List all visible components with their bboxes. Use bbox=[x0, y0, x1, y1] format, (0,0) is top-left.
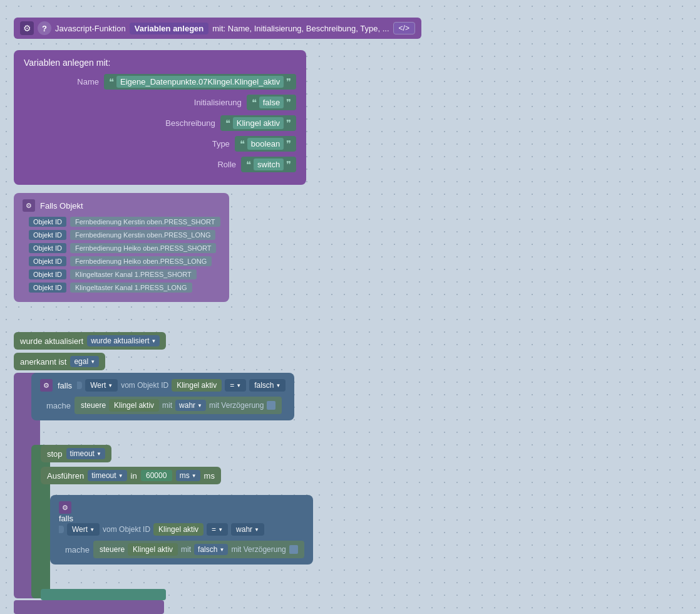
ms-value[interactable]: 60000 bbox=[141, 470, 172, 481]
name-row: Name ❝ Eigene_Datenpunkte.07Klingel.Klin… bbox=[24, 74, 296, 90]
objekt-row-2: Objekt ID Fernbedienung Kerstin oben.PRE… bbox=[29, 230, 220, 240]
ausfuhren-label: Ausführen bbox=[47, 471, 84, 481]
rolle-row: Rolle ❝ switch ❞ bbox=[24, 157, 296, 172]
mache-row-1: mache steuere Klingel aktiv mit wahr mit… bbox=[46, 397, 286, 414]
falls-gear-icon[interactable]: ⚙ bbox=[23, 199, 35, 212]
steuere-block-1: steuere Klingel aktiv mit wahr mit Verzö… bbox=[75, 397, 282, 414]
objekt-id-tag-4: Objekt ID bbox=[29, 256, 66, 266]
rolle-label: Rolle bbox=[161, 160, 236, 169]
open-quote5: ❝ bbox=[246, 159, 251, 170]
falls-inner1-label: falls bbox=[58, 381, 72, 390]
vom-obj-label-2: vom Objekt ID bbox=[103, 525, 150, 534]
wert-dropdown-2[interactable]: Wert bbox=[67, 523, 100, 536]
name-value-block[interactable]: ❝ Eigene_Datenpunkte.07Klingel.Klingel_a… bbox=[104, 74, 296, 90]
mit-label-2: mit bbox=[181, 545, 191, 554]
name-value: Eigene_Datenpunkte.07Klingel.Klingel_akt… bbox=[116, 76, 284, 88]
topbar-highlight: Variablen anlegen bbox=[130, 23, 209, 34]
klingel-badge-2: Klingel aktiv bbox=[153, 523, 203, 536]
stop-label: stop bbox=[47, 449, 63, 459]
close-quote: ❞ bbox=[286, 76, 291, 88]
falls-inner-1: ⚙ falls Wert vom Objekt ID Klingel aktiv… bbox=[31, 373, 294, 420]
objekt-row-6: Objekt ID Klingeltaster Kanal 1.PRESS_LO… bbox=[29, 283, 220, 293]
mache-row-2: mache steuere Klingel aktiv mit falsch m… bbox=[65, 541, 304, 558]
rolle-value: switch bbox=[254, 159, 284, 170]
variablen-block: Variablen anlegen mit: Name ❝ Eigene_Dat… bbox=[14, 50, 306, 185]
wurde-dropdown[interactable]: wurde aktualisiert bbox=[87, 335, 160, 346]
close-quote5: ❞ bbox=[286, 159, 291, 170]
gear-icon[interactable]: ⚙ bbox=[20, 21, 34, 35]
desc-value: Klingel aktiv bbox=[233, 117, 284, 129]
objekt-id-value-1: Fernbedienung Kerstin oben.PRESS_SHORT bbox=[70, 217, 220, 227]
falsch-dropdown-2[interactable]: falsch bbox=[194, 544, 228, 555]
falsch-dropdown-1[interactable]: falsch bbox=[249, 379, 286, 392]
help-icon[interactable]: ? bbox=[38, 21, 51, 35]
wurde-label: wurde aktualisiert bbox=[20, 336, 83, 346]
variablen-title: Variablen anlegen mit: bbox=[24, 58, 296, 68]
type-value-block[interactable]: ❝ boolean ❞ bbox=[235, 136, 296, 152]
anerkannt-label: anerkannt ist bbox=[20, 357, 66, 367]
falls-inner1-header: ⚙ falls Wert vom Objekt ID Klingel aktiv… bbox=[40, 379, 286, 392]
objekt-row-4: Objekt ID Fernbedienung Heiko oben.PRESS… bbox=[29, 256, 220, 266]
topbar-prefix: Javascript-Funktion bbox=[55, 24, 126, 33]
timeout-dropdown-1[interactable]: timeout bbox=[66, 448, 105, 459]
type-value: boolean bbox=[247, 138, 284, 150]
falls-inner1-gear[interactable]: ⚙ bbox=[40, 379, 53, 392]
wert-dropdown-1[interactable]: Wert bbox=[85, 379, 118, 392]
falls-inner-2: ⚙ falls Wert vom Objekt ID Klingel aktiv… bbox=[50, 495, 313, 565]
objekt-id-tag-3: Objekt ID bbox=[29, 243, 66, 253]
condition-row-2: Wert vom Objekt ID Klingel aktiv = wahr bbox=[59, 523, 304, 536]
ms-suffix: ms bbox=[204, 471, 215, 481]
klingel-badge-1: Klingel aktiv bbox=[172, 379, 222, 392]
verz-checkbox-1[interactable] bbox=[267, 401, 275, 410]
init-value-block[interactable]: ❝ false ❞ bbox=[247, 95, 296, 110]
verz-checkbox-2[interactable] bbox=[289, 545, 298, 554]
desc-value-block[interactable]: ❝ Klingel aktiv ❞ bbox=[220, 115, 296, 131]
objekt-row-1: Objekt ID Fernbedienung Kerstin oben.PRE… bbox=[29, 217, 220, 227]
close-quote2: ❞ bbox=[286, 97, 291, 108]
steuere-klingel-1: Klingel aktiv bbox=[109, 399, 159, 412]
code-button[interactable]: </> bbox=[393, 22, 415, 34]
steuere-klingel-2: Klingel aktiv bbox=[128, 543, 178, 556]
falls-objekt-block: ⚙ Falls Objekt Objekt ID Fernbedienung K… bbox=[14, 193, 229, 302]
anerkannt-block: anerkannt ist egal bbox=[14, 353, 105, 370]
stop-block: stop timeout bbox=[41, 445, 111, 462]
anerkannt-dropdown[interactable]: egal bbox=[70, 356, 99, 367]
init-value: false bbox=[259, 96, 284, 108]
eq-dropdown-2[interactable]: = bbox=[207, 523, 228, 536]
mit-label-1: mit bbox=[162, 401, 172, 410]
rolle-value-block[interactable]: ❝ switch ❞ bbox=[241, 157, 296, 172]
objekt-id-value-2: Fernbedienung Kerstin oben.PRESS_LONG bbox=[70, 230, 215, 240]
wurde-block: wurde aktualisiert wurde aktualisiert bbox=[14, 332, 166, 350]
steuere-label-1: steuere bbox=[81, 401, 106, 410]
objekt-row-5: Objekt ID Klingeltaster Kanal 1.PRESS_SH… bbox=[29, 269, 220, 279]
open-quote2: ❝ bbox=[252, 97, 257, 108]
objekt-id-value-4: Fernbedienung Heiko oben.PRESS_LONG bbox=[70, 256, 212, 266]
objekt-id-value-3: Fernbedienung Heiko oben.PRESS_SHORT bbox=[70, 243, 216, 253]
close-quote3: ❞ bbox=[286, 118, 291, 129]
init-label: Initialisierung bbox=[167, 98, 242, 107]
mache-label-2: mache bbox=[65, 545, 90, 554]
timeout-dropdown-2[interactable]: timeout bbox=[88, 470, 126, 481]
objekt-id-tag-6: Objekt ID bbox=[29, 283, 66, 293]
topbar-suffix: mit: Name, Initialisierung, Beschreibung… bbox=[212, 24, 389, 33]
top-bar: ⚙ ? Javascript-Funktion Variablen anlege… bbox=[14, 18, 421, 39]
mache-label-1: mache bbox=[46, 401, 71, 410]
bottom-purple-bar bbox=[14, 600, 164, 614]
objekt-row-3: Objekt ID Fernbedienung Heiko oben.PRESS… bbox=[29, 243, 220, 253]
desc-label: Beschreibung bbox=[140, 118, 215, 128]
eq-dropdown-1[interactable]: = bbox=[225, 379, 246, 392]
wahr-dropdown-1[interactable]: wahr bbox=[175, 400, 206, 411]
bottom-teal-bar bbox=[41, 589, 166, 600]
ms-unit-dropdown[interactable]: ms bbox=[176, 470, 200, 481]
wahr-dropdown-2[interactable]: wahr bbox=[231, 523, 264, 536]
verz-label-1: mit Verzögerung bbox=[209, 401, 264, 410]
init-row: Initialisierung ❝ false ❞ bbox=[24, 95, 296, 110]
objekt-id-tag-5: Objekt ID bbox=[29, 269, 66, 279]
open-quote4: ❝ bbox=[240, 138, 245, 150]
steuere-block-2: steuere Klingel aktiv mit falsch mit Ver… bbox=[93, 541, 304, 558]
falls-inner2-gear[interactable]: ⚙ bbox=[59, 501, 71, 514]
falls-objekt-header: ⚙ Falls Objekt bbox=[23, 199, 220, 212]
falls-inner2-label: falls bbox=[59, 514, 73, 523]
falls-inner2-header: ⚙ falls Wert vom Objekt ID Klingel aktiv… bbox=[59, 501, 304, 536]
vom-obj-label-1: vom Objekt ID bbox=[121, 381, 168, 390]
